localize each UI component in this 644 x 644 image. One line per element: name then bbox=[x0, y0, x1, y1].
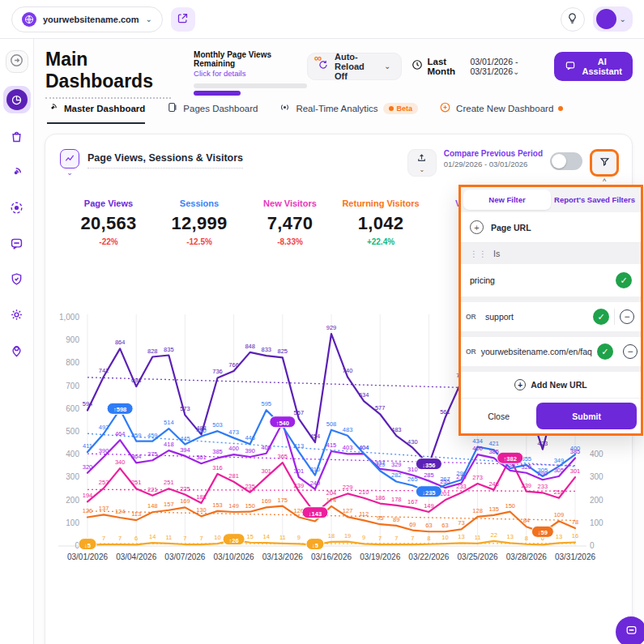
extreme-badge-label: ↓143 bbox=[309, 510, 322, 518]
sidebar-item-goals[interactable] bbox=[6, 198, 28, 220]
y-tick-right: 400 bbox=[590, 450, 603, 458]
sidebar-item-privacy[interactable] bbox=[6, 269, 28, 292]
chat-fab[interactable] bbox=[616, 616, 644, 644]
data-label: 413 bbox=[294, 442, 305, 450]
check-icon: ✓ bbox=[616, 272, 632, 288]
data-label: 246 bbox=[488, 480, 499, 488]
data-label: 290 bbox=[456, 470, 467, 477]
ai-assistant-button[interactable]: AI Assistant bbox=[554, 52, 633, 81]
data-label: 14 bbox=[263, 533, 270, 540]
data-label: 204 bbox=[326, 489, 337, 497]
data-label: 514 bbox=[164, 419, 174, 426]
tab-master-dashboard[interactable]: Master Dashboard bbox=[47, 101, 145, 124]
site-selector[interactable]: yourwebsitename.com ⌄ bbox=[11, 6, 163, 32]
close-button[interactable]: Close bbox=[461, 401, 536, 432]
data-label: 594 bbox=[83, 400, 93, 407]
filter-operator-row[interactable]: ⋮⋮ Is bbox=[461, 243, 641, 264]
chart-type-selector[interactable]: ⌄ bbox=[60, 149, 79, 177]
compare-toggle[interactable] bbox=[550, 152, 582, 170]
data-label: 459 bbox=[147, 432, 158, 439]
data-label: 301 bbox=[570, 467, 581, 475]
data-label: 320 bbox=[83, 463, 93, 471]
submit-button[interactable]: Submit bbox=[536, 403, 637, 429]
metric-sessions[interactable]: Sessions12,999-12.5% bbox=[154, 198, 245, 246]
filter-value: support bbox=[485, 312, 588, 322]
filter-value-row[interactable]: pricing✓ bbox=[461, 264, 641, 296]
line-chart-icon bbox=[60, 149, 79, 168]
filter-button[interactable] bbox=[590, 149, 619, 177]
data-label: 11 bbox=[279, 534, 286, 541]
tab-saved-filters[interactable]: Report's Saved Filters bbox=[551, 190, 638, 210]
metric-new-visitors[interactable]: New Visitors7,470-8.33% bbox=[245, 198, 335, 246]
sidebar-item-settings[interactable] bbox=[6, 305, 28, 327]
data-label: 492 bbox=[99, 424, 109, 431]
sidebar-item-dashboards[interactable] bbox=[3, 86, 31, 113]
metric-returning-visitors[interactable]: Returning Visitors1,042+22.4% bbox=[335, 198, 426, 246]
sidebar-item-profile[interactable] bbox=[6, 340, 28, 363]
chat-icon bbox=[565, 60, 576, 73]
data-label: 135 bbox=[488, 505, 499, 513]
add-new-url-button[interactable]: + Add New URL bbox=[461, 372, 641, 398]
tab-pages-dashboard[interactable]: Pages Dashboard bbox=[166, 101, 258, 124]
sidebar-item-feedback[interactable] bbox=[6, 233, 28, 256]
data-label: 316 bbox=[212, 464, 223, 471]
filter-value-row[interactable]: ORyourwebsitename.com/en/faq✓− bbox=[461, 337, 641, 366]
person-pin-icon bbox=[9, 343, 24, 360]
data-label: 573 bbox=[180, 405, 190, 412]
drag-handle-icon: ⋮⋮ bbox=[470, 249, 488, 258]
date-range-picker[interactable]: 03/01/2026 - 03/31/2026⌄ bbox=[470, 57, 544, 76]
tab-label: Real-Time Analytics bbox=[296, 104, 377, 113]
chevron-down-icon: ⌄ bbox=[146, 15, 152, 23]
extreme-badge-label: ↑598 bbox=[113, 406, 126, 413]
clock-icon bbox=[412, 59, 423, 74]
data-label: 124 bbox=[115, 508, 126, 515]
period-selector[interactable]: Last Month bbox=[412, 57, 461, 76]
filter-value-row[interactable]: ORsupport✓− bbox=[461, 302, 641, 331]
tips-button[interactable] bbox=[561, 7, 585, 32]
filter-field-selector[interactable]: + Page URL bbox=[461, 212, 641, 243]
sidebar-item-ecommerce[interactable] bbox=[6, 126, 28, 149]
data-label: 561 bbox=[440, 408, 450, 416]
compare-previous-period[interactable]: Compare Previous Period 01/29/2026 - 03/… bbox=[444, 149, 543, 168]
y-tick-left: 300 bbox=[66, 472, 79, 481]
data-label: 251 bbox=[164, 479, 174, 486]
data-label: 464 bbox=[115, 430, 126, 437]
gear-icon bbox=[9, 307, 24, 325]
metric-delta: -8.33% bbox=[245, 237, 335, 246]
data-label: 595 bbox=[261, 400, 271, 407]
data-label: 150 bbox=[245, 502, 255, 510]
sidebar-collapse-button[interactable] bbox=[6, 50, 28, 73]
metric-page-views[interactable]: Page Views20,563-22% bbox=[63, 198, 154, 246]
data-label: 8 bbox=[525, 535, 528, 542]
tab-new-filter[interactable]: New Filter bbox=[463, 190, 551, 210]
open-site-button[interactable] bbox=[171, 7, 195, 32]
plus-circle-icon bbox=[439, 101, 451, 115]
ai-assistant-label: AI Assistant bbox=[582, 57, 622, 76]
data-label: 19 bbox=[344, 532, 351, 540]
data-label: 63 bbox=[425, 522, 432, 529]
quota-details-link[interactable]: Click for details bbox=[194, 69, 307, 78]
data-label: 13 bbox=[458, 533, 464, 540]
sidebar-item-realtime[interactable] bbox=[6, 162, 28, 185]
data-label: 112 bbox=[359, 510, 369, 518]
tab-realtime-analytics[interactable]: Real-Time Analytics Beta bbox=[279, 101, 418, 124]
x-tick-label: 03/07/2026 bbox=[164, 552, 205, 561]
sidebar bbox=[0, 39, 34, 644]
data-label: 251 bbox=[131, 479, 142, 486]
metric-delta: +22.4% bbox=[335, 237, 426, 246]
tab-label: Pages Dashboard bbox=[183, 104, 258, 113]
remove-value-button[interactable]: − bbox=[620, 309, 634, 324]
check-icon: ✓ bbox=[593, 309, 609, 325]
account-menu[interactable]: ⌄ bbox=[593, 6, 633, 32]
data-label: 7 bbox=[411, 535, 414, 542]
tab-create-new-dashboard[interactable]: Create New Dashboard bbox=[439, 101, 563, 124]
data-label: 742 bbox=[99, 367, 109, 374]
remove-value-button[interactable]: − bbox=[623, 344, 638, 359]
infinity-symbol: ∞ bbox=[314, 52, 322, 64]
x-tick-label: 03/16/2026 bbox=[311, 552, 352, 561]
extreme-badge-label: ↓59 bbox=[538, 529, 548, 536]
data-label: 18 bbox=[328, 532, 335, 540]
data-label: 400 bbox=[228, 445, 239, 452]
export-button[interactable]: ⌄ bbox=[407, 149, 437, 177]
metric-label: Page Views bbox=[63, 198, 154, 208]
